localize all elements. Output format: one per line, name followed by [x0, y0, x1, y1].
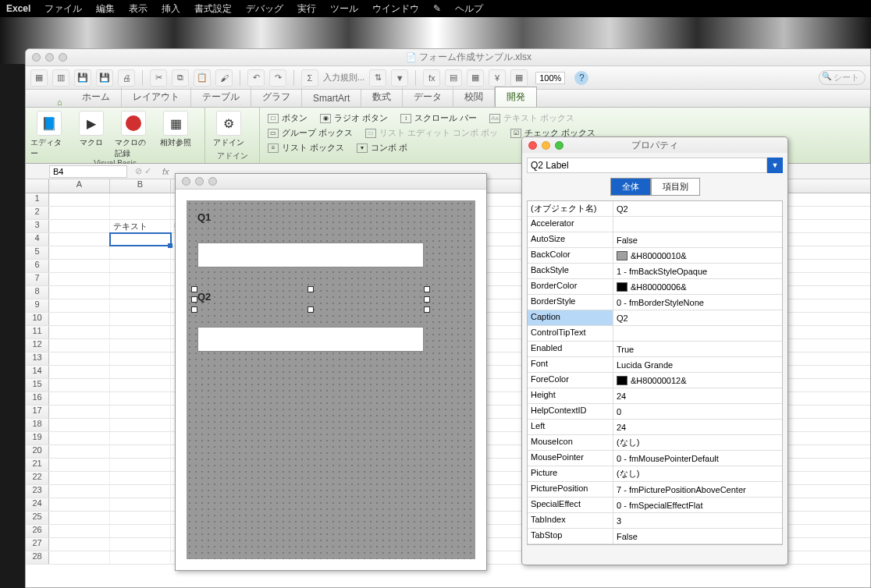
prop-row[interactable]: ControlTipText: [528, 326, 782, 342]
window-controls[interactable]: [32, 53, 67, 62]
cell-B18[interactable]: [110, 419, 171, 431]
cell-B12[interactable]: [110, 339, 171, 352]
zoom-select[interactable]: 100%: [535, 72, 565, 84]
cell-B21[interactable]: [110, 459, 171, 471]
cell-A17[interactable]: [49, 406, 110, 418]
cut-icon[interactable]: ✂: [150, 69, 167, 87]
row-header[interactable]: 9: [26, 299, 49, 312]
prop-row[interactable]: BackStyle1 - fmBackStyleOpaque: [528, 264, 782, 279]
object-name-input[interactable]: [527, 158, 767, 173]
row-header[interactable]: 15: [26, 379, 49, 391]
row-header[interactable]: 3: [26, 220, 49, 232]
tab-table[interactable]: テーブル: [191, 87, 251, 107]
prop-row[interactable]: MouseIcon(なし): [528, 435, 782, 451]
menu-debug[interactable]: デバッグ: [246, 2, 283, 16]
paste-icon[interactable]: 📋: [194, 69, 211, 87]
prop-value[interactable]: &H80000012&: [613, 373, 782, 388]
tab-layout[interactable]: レイアウト: [122, 87, 191, 107]
row-header[interactable]: 25: [26, 512, 49, 524]
menu-format[interactable]: 書式設定: [194, 2, 232, 16]
formctl-button[interactable]: □ボタン: [268, 112, 308, 124]
relref-button[interactable]: ▦相対参照: [157, 111, 194, 148]
tab-formula[interactable]: 数式: [361, 87, 403, 107]
prop-row[interactable]: EnabledTrue: [528, 342, 782, 357]
new-icon[interactable]: ▦: [30, 69, 48, 87]
copy-icon[interactable]: ⧉: [172, 69, 189, 87]
userform-canvas[interactable]: Q1 Q2: [187, 200, 475, 559]
row-header[interactable]: 28: [26, 551, 49, 564]
menu-file[interactable]: ファイル: [44, 2, 82, 16]
chart-icon[interactable]: ▤: [445, 69, 462, 87]
formctl-radio[interactable]: ◉ラジオ ボタン: [320, 112, 388, 124]
prop-row[interactable]: CaptionQ2: [528, 310, 782, 326]
cell-B23[interactable]: [110, 485, 171, 498]
open-icon[interactable]: ▥: [52, 69, 69, 87]
formctl-groupbox[interactable]: ▭グループ ボックス: [268, 127, 353, 139]
row-header[interactable]: 18: [26, 419, 49, 431]
prop-value[interactable]: 0 - fmSpecialEffectFlat: [613, 498, 782, 512]
cell-A26[interactable]: [49, 525, 110, 537]
col-B[interactable]: B: [110, 179, 171, 193]
row-header[interactable]: 26: [26, 525, 49, 537]
cell-A8[interactable]: [49, 286, 110, 299]
prop-row[interactable]: BorderStyle0 - fmBorderStyleNone: [528, 295, 782, 310]
cell-A11[interactable]: [49, 326, 110, 338]
prop-value[interactable]: [613, 326, 782, 341]
row-header[interactable]: 21: [26, 459, 49, 471]
filter-icon[interactable]: ▼: [391, 69, 408, 87]
prop-row[interactable]: AutoSizeFalse: [528, 232, 782, 248]
tab-data[interactable]: データ: [403, 87, 453, 107]
cell-B5[interactable]: [110, 246, 171, 259]
prop-row[interactable]: TabIndex3: [528, 513, 782, 529]
row-header[interactable]: 24: [26, 498, 49, 511]
menubar[interactable]: Excel ファイル 編集 表示 挿入 書式設定 デバッグ 実行 ツール ウイン…: [0, 0, 871, 17]
cell-A4[interactable]: [49, 233, 110, 246]
home-icon[interactable]: ⌂: [57, 97, 68, 107]
properties-table[interactable]: (オブジェクト名)Q2AcceleratorAutoSizeFalseBackC…: [527, 200, 783, 545]
tab-developer[interactable]: 開発: [495, 87, 537, 107]
prop-value[interactable]: &H80000006&: [613, 279, 782, 294]
cell-B10[interactable]: [110, 313, 171, 325]
cell-A19[interactable]: [49, 432, 110, 445]
prop-value[interactable]: Q2: [613, 310, 782, 325]
tab-review[interactable]: 校閲: [453, 87, 495, 107]
tab-chart[interactable]: グラフ: [251, 87, 302, 107]
row-header[interactable]: 12: [26, 339, 49, 352]
object-selector[interactable]: ▼: [527, 158, 783, 173]
save-icon[interactable]: 💾: [74, 69, 91, 87]
q2-textbox[interactable]: [197, 327, 424, 352]
fx-icon[interactable]: fx: [423, 69, 440, 87]
prop-value[interactable]: &H80000010&: [613, 248, 782, 263]
sum-icon[interactable]: Σ: [301, 69, 318, 87]
prop-row[interactable]: BackColor&H80000010&: [528, 248, 782, 264]
prop-row[interactable]: Left24: [528, 420, 782, 435]
q2-label-selected[interactable]: Q2: [194, 289, 427, 310]
cell-B14[interactable]: [110, 366, 171, 378]
properties-window[interactable]: プロパティ ▼ 全体 項目別 (オブジェクト名)Q2AcceleratorAut…: [521, 136, 788, 565]
row-header[interactable]: 5: [26, 246, 49, 259]
prop-row[interactable]: SpecialEffect0 - fmSpecialEffectFlat: [528, 498, 782, 513]
cell-B28[interactable]: [110, 551, 171, 564]
q1-textbox[interactable]: [197, 243, 424, 267]
row-header[interactable]: 20: [26, 445, 49, 458]
prop-value[interactable]: 0 - fmMousePointerDefault: [613, 451, 782, 466]
designer-titlebar[interactable]: [176, 174, 486, 190]
menu-run[interactable]: 実行: [297, 2, 316, 16]
row-header[interactable]: 19: [26, 432, 49, 445]
row-header[interactable]: 17: [26, 406, 49, 418]
cell-B27[interactable]: [110, 538, 171, 551]
cell-A22[interactable]: [49, 472, 110, 484]
row-header[interactable]: 22: [26, 472, 49, 484]
menu-insert[interactable]: 挿入: [162, 2, 180, 16]
q2-label[interactable]: Q2: [197, 291, 211, 303]
format-paint-icon[interactable]: 🖌: [215, 69, 233, 87]
cell-A18[interactable]: [49, 419, 110, 431]
cell-B9[interactable]: [110, 299, 171, 312]
cell-B2[interactable]: [110, 207, 171, 219]
cell-B4[interactable]: [110, 233, 171, 246]
props-tab-all[interactable]: 全体: [610, 178, 651, 196]
row-header[interactable]: 27: [26, 538, 49, 551]
row-header[interactable]: 16: [26, 392, 49, 405]
prop-row[interactable]: (オブジェクト名)Q2: [528, 201, 782, 217]
cell-A20[interactable]: [49, 445, 110, 458]
